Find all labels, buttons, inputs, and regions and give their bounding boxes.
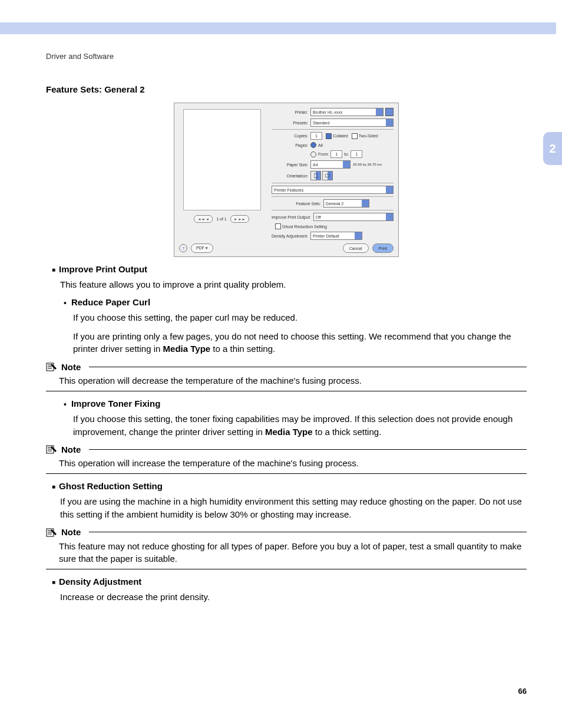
section-heading-density: Density Adjustment	[52, 577, 527, 588]
help-button[interactable]: ?	[179, 244, 187, 252]
ghost-body: If you are using the machine in a high h…	[60, 495, 527, 521]
note-rule	[89, 449, 527, 450]
content-area: Feature Sets: General 2 ◄◄ ◄ 1 of 1 ► ►►…	[46, 80, 527, 610]
section-heading-improve: Improve Print Output	[52, 264, 527, 276]
pager-label: 1 of 1	[216, 217, 227, 221]
top-color-bar	[0, 22, 556, 34]
printer-select[interactable]: Brother HL-xxxx	[310, 108, 384, 116]
note-end-rule	[46, 473, 527, 474]
pages-label: Pages:	[272, 143, 310, 147]
pages-from-field[interactable]: 1	[330, 150, 342, 158]
note-body-2: This operation will increase the tempera…	[59, 457, 527, 470]
note-body-1: This operation will decrease the tempera…	[59, 374, 527, 387]
collated-checkbox[interactable]	[326, 133, 332, 139]
two-sided-label: Two-Sided	[359, 134, 378, 138]
presets-label: Presets:	[272, 121, 310, 125]
print-button[interactable]: Print	[372, 243, 394, 253]
note-label: Note	[61, 444, 81, 454]
pages-from-label: From:	[318, 152, 329, 156]
svg-rect-1	[325, 174, 330, 177]
sub-heading-reduce-curl: Reduce Paper Curl	[64, 297, 527, 309]
chapter-tab: 2	[543, 132, 562, 165]
density-label: Density Adjustment:	[272, 234, 308, 238]
note-rule	[89, 532, 527, 532]
presets-select[interactable]: Standard	[310, 118, 394, 127]
note-body-3: This feature may not reduce ghosting for…	[59, 540, 527, 566]
feature-sets-label: Feature Sets:	[296, 202, 320, 206]
two-sided-checkbox[interactable]	[352, 133, 358, 139]
document-page: 2 66 Driver and Software Feature Sets: G…	[0, 0, 562, 728]
ghost-reduction-label: Ghost Reduction Setting	[282, 225, 327, 229]
density-select[interactable]: Printer Default	[310, 232, 362, 240]
print-preview-pane	[183, 109, 261, 210]
note-block-3: Note This feature may not reduce ghostin…	[46, 527, 527, 570]
improve-intro: This feature allows you to improve a pri…	[60, 278, 527, 291]
dialog-panel: Printer: Brother HL-xxxx Presets: Standa…	[272, 108, 394, 242]
copies-label: Copies:	[272, 134, 310, 138]
panel-select[interactable]: Printer Features	[272, 186, 394, 194]
note-end-rule	[46, 569, 527, 569]
ghost-reduction-checkbox[interactable]	[275, 223, 281, 229]
section-heading-ghost: Ghost Reduction Setting	[52, 481, 527, 493]
paper-dims: 20.99 by 29.70 cm	[353, 163, 382, 166]
page-number: 66	[518, 687, 527, 696]
note-end-rule	[46, 391, 527, 391]
section-header: Driver and Software	[46, 52, 114, 61]
portrait-icon	[314, 173, 318, 178]
pages-all-label: All	[318, 143, 323, 147]
pages-to-field[interactable]: 1	[351, 150, 362, 158]
expand-dialog-button[interactable]	[385, 108, 394, 116]
note-rule	[89, 367, 527, 367]
note-icon	[46, 361, 58, 372]
note-icon	[46, 527, 58, 538]
density-body: Increase or decrease the print density.	[60, 591, 527, 604]
note-label: Note	[61, 362, 81, 372]
orientation-label: Orientation:	[272, 174, 310, 178]
sub-heading-toner-fix: Improve Toner Fixing	[64, 398, 527, 410]
orientation-portrait-button[interactable]	[310, 171, 321, 180]
paper-size-select[interactable]: A4	[310, 160, 351, 169]
copies-field[interactable]: 1	[310, 132, 322, 140]
note-block-1: Note This operation will decrease the te…	[46, 361, 527, 391]
note-block-2: Note This operation will increase the te…	[46, 444, 527, 474]
collated-label: Collated	[333, 134, 348, 138]
dialog-footer: ? PDF ▾ Cancel Print	[179, 243, 394, 253]
print-dialog-screenshot: ◄◄ ◄ 1 of 1 ► ►► Printer: Brother HL-xxx…	[174, 103, 399, 257]
prev-page-button[interactable]: ◄◄ ◄	[194, 215, 213, 223]
pages-range-radio[interactable]	[310, 151, 316, 157]
cancel-button[interactable]: Cancel	[343, 243, 369, 253]
next-page-button[interactable]: ► ►►	[230, 215, 249, 223]
reduce-curl-p2: If you are printing only a few pages, yo…	[73, 330, 527, 356]
improve-output-label: Improve Print Output:	[272, 215, 311, 219]
pages-all-radio[interactable]	[310, 142, 316, 148]
page-title: Feature Sets: General 2	[46, 84, 527, 94]
feature-sets-select[interactable]: General 2	[323, 199, 369, 207]
svg-rect-0	[314, 173, 318, 178]
pdf-dropdown-button[interactable]: PDF ▾	[191, 243, 213, 253]
reduce-curl-p1: If you choose this setting, the paper cu…	[73, 311, 527, 324]
paper-size-label: Paper Size:	[272, 163, 310, 167]
landscape-icon	[325, 174, 330, 177]
orientation-landscape-button[interactable]	[322, 171, 333, 180]
improve-output-select[interactable]: Off	[313, 213, 394, 221]
printer-label: Printer:	[272, 110, 310, 114]
note-icon	[46, 444, 58, 454]
toner-fix-p1: If you choose this setting, the toner fi…	[73, 413, 527, 439]
preview-pager: ◄◄ ◄ 1 of 1 ► ►►	[185, 215, 258, 223]
note-label: Note	[61, 527, 81, 537]
pages-to-label: to:	[344, 152, 349, 156]
